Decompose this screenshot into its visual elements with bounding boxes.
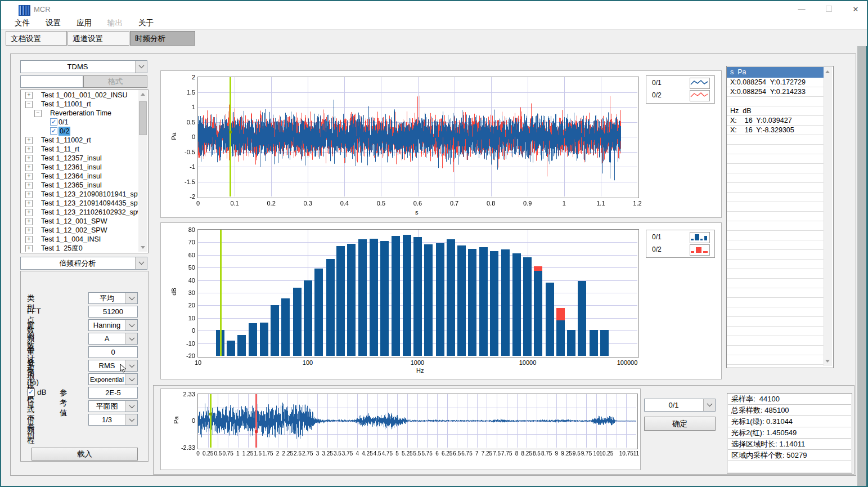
list-row[interactable] xyxy=(727,202,824,212)
tree-item[interactable]: +Test 1_123_210914094435_spw xyxy=(21,199,138,208)
scroll-up-icon[interactable] xyxy=(825,70,830,73)
重叠率(%)-input[interactable]: 0 xyxy=(88,346,138,358)
tree-item[interactable]: +Test 1_12_001_SPW xyxy=(21,217,138,226)
line-series-icon[interactable] xyxy=(690,78,710,89)
format-button[interactable]: 格式 xyxy=(83,75,147,88)
menu-item-文件[interactable]: 文件 xyxy=(7,18,38,28)
list-row[interactable] xyxy=(727,135,824,145)
tree-item[interactable]: +Test 1_11_rt xyxy=(21,145,138,154)
list-row[interactable] xyxy=(727,183,824,193)
full-record-plot[interactable] xyxy=(197,394,638,449)
expand-plus-icon[interactable]: + xyxy=(25,182,33,189)
tree-item[interactable]: +Test 1_12_002_SPW xyxy=(21,226,138,235)
tree-item-label[interactable]: Test 1_123_210914094435_spw xyxy=(41,199,138,208)
平均模式-combo[interactable]: Exponential xyxy=(88,373,138,385)
tree-scrollbar-thumb[interactable] xyxy=(139,101,147,135)
tree-item-label[interactable]: 0/1 xyxy=(59,118,68,127)
bar-series-icon[interactable] xyxy=(690,244,710,256)
channel-select-combo[interactable]: 0/1 xyxy=(644,399,716,412)
green-cursor-spectrum[interactable] xyxy=(220,230,222,356)
窗函数-combo[interactable]: Hanning xyxy=(88,319,138,331)
tree-item-label[interactable]: Test 1_1_004_INSI xyxy=(41,235,101,244)
tree-item-label[interactable]: Test 1_12357_insul xyxy=(41,154,102,163)
scroll-down-icon[interactable] xyxy=(141,246,145,249)
显示类型-combo[interactable]: 平面图 xyxy=(88,400,138,412)
tree-item-label[interactable]: Test 1_12364_insul xyxy=(41,172,102,181)
FFT点数-input[interactable]: 51200 xyxy=(88,306,138,318)
tree-item[interactable]: ✓0/2 xyxy=(21,127,138,136)
chevron-down-icon[interactable] xyxy=(135,257,147,269)
scroll-down-icon[interactable] xyxy=(825,360,830,363)
tree-item[interactable]: +Test 1_25度0 xyxy=(21,244,138,252)
expand-plus-icon[interactable]: + xyxy=(25,164,33,171)
tab-文档设置[interactable]: 文档设置 xyxy=(6,31,67,46)
tree-item-label[interactable]: Test 1_25度0 xyxy=(41,244,83,252)
list-row[interactable] xyxy=(727,193,824,202)
spectrum-canvas[interactable] xyxy=(198,230,637,356)
time-waveform-plot[interactable] xyxy=(197,77,639,198)
tree-item-label[interactable]: Test 1_123_211026102932_spw xyxy=(41,208,138,217)
tree-item-label[interactable]: Test 1_11_rt xyxy=(41,145,79,154)
menu-item-设置[interactable]: 设置 xyxy=(38,18,69,28)
collapse-minus-icon[interactable]: − xyxy=(34,110,42,117)
list-row[interactable] xyxy=(727,164,824,173)
tree-item-label[interactable]: Test 1_11002_rt xyxy=(41,136,91,145)
green-cursor-top[interactable] xyxy=(230,77,231,196)
file-format-combo[interactable]: TDMS xyxy=(20,60,147,73)
green-cursor-bottom[interactable] xyxy=(210,394,212,448)
tree-item-label[interactable]: Test 1_11001_rt xyxy=(41,100,91,109)
list-row[interactable] xyxy=(727,154,824,164)
expand-plus-icon[interactable]: + xyxy=(25,155,33,162)
tree-item-label[interactable]: Test 1_12_001_SPW xyxy=(41,217,107,226)
tree-item[interactable]: +Test 1_123_210908101941_spw xyxy=(21,190,138,199)
chevron-down-icon[interactable] xyxy=(125,414,137,425)
expand-plus-icon[interactable]: + xyxy=(25,227,33,234)
tree-item[interactable]: −Test 1_11001_rt xyxy=(21,100,138,109)
menu-item-应用[interactable]: 应用 xyxy=(69,18,100,28)
list-row[interactable] xyxy=(727,260,824,269)
list-row[interactable] xyxy=(727,317,824,327)
maximize-button[interactable] xyxy=(820,5,837,15)
list-row[interactable] xyxy=(727,145,824,154)
tree-item-label[interactable]: Test 1_12361_insul xyxy=(41,163,102,172)
频率计权-combo[interactable]: A xyxy=(88,333,138,345)
list-row[interactable] xyxy=(727,355,824,365)
类型-combo[interactable]: 平均 xyxy=(88,292,138,304)
平均设置-combo[interactable]: RMS xyxy=(88,360,138,372)
reference-value-input[interactable]: 2E-5 xyxy=(88,387,138,399)
list-row[interactable]: X: 16 Y:-8.329305 xyxy=(727,126,824,135)
close-button[interactable]: ✕ xyxy=(847,5,864,15)
chevron-down-icon[interactable] xyxy=(125,401,137,412)
tree-item-label[interactable]: Test 1_12_002_SPW xyxy=(41,226,107,235)
list-row[interactable]: X:0.088254 Y:0.214233 xyxy=(727,87,824,97)
list-row[interactable] xyxy=(727,212,824,221)
red-cursor-bottom[interactable] xyxy=(255,394,257,448)
expand-plus-icon[interactable]: + xyxy=(25,137,33,144)
倍频程-combo[interactable]: 1/3 xyxy=(88,414,138,426)
tree-item-label[interactable]: Test 1_001_001_002_INSU xyxy=(41,91,128,100)
checkbox-icon[interactable]: ✓ xyxy=(50,118,57,126)
list-row[interactable] xyxy=(727,231,824,240)
filter-input[interactable] xyxy=(20,75,83,88)
expand-plus-icon[interactable]: + xyxy=(25,236,33,243)
list-row[interactable] xyxy=(727,307,824,317)
load-button[interactable]: 载入 xyxy=(32,448,138,461)
confirm-button[interactable]: 确定 xyxy=(644,417,716,431)
tree-item[interactable]: +Test 1_12357_insul xyxy=(21,154,138,163)
chevron-down-icon[interactable] xyxy=(125,333,137,344)
list-row[interactable]: X: 16 Y:0.039427 xyxy=(727,116,824,126)
list-row[interactable] xyxy=(727,269,824,279)
tree-item-label[interactable]: Test 1_12365_insul xyxy=(41,181,102,190)
analysis-type-combo[interactable]: 倍频程分析 xyxy=(20,257,147,270)
list-row[interactable] xyxy=(727,298,824,307)
tree-item-label[interactable]: Reverberation Time xyxy=(50,109,111,118)
time-waveform-canvas[interactable] xyxy=(198,77,637,196)
list-row[interactable] xyxy=(727,240,824,250)
expand-plus-icon[interactable]: + xyxy=(25,209,33,216)
tree-item-label[interactable]: Test 1_123_210908101941_spw xyxy=(41,190,138,199)
list-scrollbar[interactable] xyxy=(823,67,832,366)
bar-series-icon[interactable] xyxy=(690,232,710,243)
spectrum-plot[interactable] xyxy=(197,229,639,358)
list-header-row[interactable]: s Pa xyxy=(727,67,824,78)
chevron-down-icon[interactable] xyxy=(703,399,715,411)
